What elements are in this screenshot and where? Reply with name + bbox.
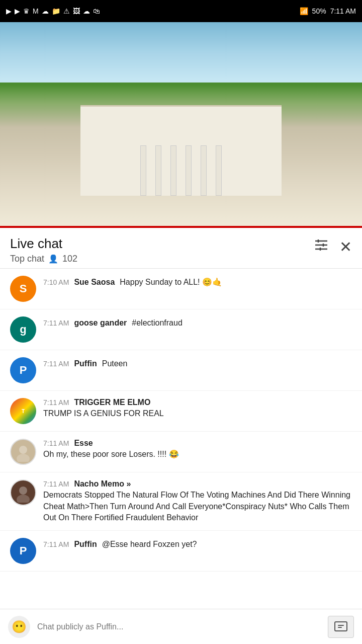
status-right: 📶 50% 7:11 AM (300, 7, 356, 15)
bag-icon: 🛍 (93, 7, 100, 15)
message-meta: 7:11 AM TRIGGER ME ELMO (43, 398, 352, 407)
svg-rect-12 (338, 627, 342, 628)
message-author: Puffin (74, 540, 97, 549)
viewer-icon: 👤 (48, 254, 58, 264)
message-text: TRUMP IS A GENIUS FOR REAL (43, 408, 352, 419)
svg-point-6 (19, 446, 27, 454)
emoji-button[interactable]: 😶 (8, 616, 30, 638)
filter-icon[interactable] (313, 238, 329, 256)
message-meta: 7:11 AM Nacho Memo » (43, 479, 352, 489)
cloud2-icon: ☁ (83, 7, 90, 15)
message-time: 7:11 AM (43, 439, 69, 447)
message-author: Nacho Memo » (74, 479, 131, 489)
message-meta: 7:11 AM goose gander #electionfraud (43, 316, 352, 329)
warning-icon: ⚠ (63, 7, 70, 15)
message-text: Happy Sunday to ALL! 😊🤙 (120, 277, 222, 288)
viewer-count: 102 (62, 254, 77, 264)
message-author: goose gander (74, 318, 127, 328)
message-content: 7:10 AM Sue Saosa Happy Sunday to ALL! 😊… (43, 276, 352, 288)
crown-icon: ♛ (23, 7, 30, 15)
chat-type-label[interactable]: Top chat (10, 254, 44, 264)
message-author: TRIGGER ME ELMO (74, 398, 150, 407)
message-text: Oh my, these poor sore Losers. !!!! 😂 (43, 449, 352, 460)
livechat-title-area: Live chat Top chat 👤 102 (10, 236, 77, 264)
chat-message: g 7:11 AM goose gander #electionfraud (0, 309, 362, 350)
m-icon: M (33, 7, 39, 15)
svg-rect-11 (338, 625, 344, 626)
message-meta: 7:11 AM Puffin @Esse heard Foxzen yet? (43, 538, 352, 550)
svg-point-8 (19, 487, 27, 495)
message-text: #electionfraud (132, 317, 183, 329)
status-icons-left: ▶ ▶ ♛ M ☁ 📁 ⚠ 🖼 ☁ 🛍 (6, 7, 100, 15)
livechat-header: Live chat Top chat 👤 102 ✕ (0, 228, 362, 269)
column (155, 145, 161, 196)
time-text: 7:11 AM (330, 7, 356, 15)
send-button[interactable] (328, 616, 354, 638)
wifi-icon: 📶 (300, 7, 308, 15)
status-bar: ▶ ▶ ♛ M ☁ 📁 ⚠ 🖼 ☁ 🛍 📶 50% 7:11 AM (0, 0, 362, 22)
column (170, 145, 176, 196)
svg-rect-10 (335, 622, 347, 631)
avatar: P (10, 538, 36, 564)
chat-input[interactable] (37, 616, 321, 638)
message-author: Esse (74, 439, 93, 448)
image-icon: 🖼 (73, 7, 80, 15)
chat-message: S 7:10 AM Sue Saosa Happy Sunday to ALL!… (0, 269, 362, 309)
svg-point-9 (17, 495, 30, 503)
message-content: 7:11 AM Puffin @Esse heard Foxzen yet? (43, 538, 352, 550)
wh-columns (140, 145, 222, 196)
video-player[interactable] (0, 22, 362, 226)
svg-point-7 (17, 454, 30, 462)
message-text: @Esse heard Foxzen yet? (102, 539, 197, 550)
column (216, 145, 222, 196)
message-content: 7:11 AM Puffin Puteen (43, 357, 352, 369)
message-time: 7:10 AM (43, 278, 69, 286)
avatar: T (10, 398, 36, 424)
message-content: 7:11 AM Nacho Memo » Democrats Stopped T… (43, 479, 352, 523)
message-time: 7:11 AM (43, 398, 69, 407)
message-time: 7:11 AM (43, 480, 69, 488)
message-meta: 7:11 AM Esse (43, 439, 352, 448)
avatar: S (10, 276, 36, 302)
message-time: 7:11 AM (43, 540, 69, 548)
message-content: 7:11 AM goose gander #electionfraud (43, 316, 352, 329)
message-content: 7:11 AM TRIGGER ME ELMO TRUMP IS A GENIU… (43, 398, 352, 419)
youtube2-icon: ▶ (15, 7, 20, 15)
white-house (80, 105, 282, 196)
livechat-title: Live chat (10, 236, 77, 252)
message-meta: 7:10 AM Sue Saosa Happy Sunday to ALL! 😊… (43, 276, 352, 288)
chat-messages: S 7:10 AM Sue Saosa Happy Sunday to ALL!… (0, 269, 362, 572)
message-meta: 7:11 AM Puffin Puteen (43, 357, 352, 369)
folder-icon: 📁 (52, 7, 60, 15)
avatar: P (10, 357, 36, 383)
column (186, 145, 192, 196)
cloud-icon: ☁ (42, 7, 49, 15)
message-time: 7:11 AM (43, 360, 69, 368)
battery-text: 50% (312, 7, 326, 15)
close-chat-button[interactable]: ✕ (339, 238, 352, 256)
message-author: Sue Saosa (74, 278, 115, 287)
livechat-subtitle: Top chat 👤 102 (10, 254, 77, 264)
message-author: Puffin (74, 359, 97, 368)
message-text: Puteen (102, 358, 128, 369)
chat-message: 7:11 AM Nacho Memo » Democrats Stopped T… (0, 472, 362, 531)
avatar (10, 439, 36, 465)
avatar (10, 479, 36, 506)
message-text: Democrats Stopped The Natural Flow Of Th… (43, 490, 352, 523)
youtube-icon: ▶ (6, 7, 12, 15)
header-actions: ✕ (313, 236, 352, 256)
chat-message: P 7:11 AM Puffin Puteen (0, 350, 362, 391)
message-time: 7:11 AM (43, 319, 69, 327)
message-content: 7:11 AM Esse Oh my, these poor sore Lose… (43, 439, 352, 460)
sky-bg (0, 22, 362, 83)
column (201, 145, 207, 196)
chat-message: P 7:11 AM Puffin @Esse heard Foxzen yet? (0, 531, 362, 572)
avatar: g (10, 316, 36, 343)
chat-input-bar: 😶 (0, 609, 362, 644)
chat-message: T 7:11 AM TRIGGER ME ELMO TRUMP IS A GEN… (0, 391, 362, 432)
column (140, 145, 146, 196)
chat-message: 7:11 AM Esse Oh my, these poor sore Lose… (0, 432, 362, 472)
